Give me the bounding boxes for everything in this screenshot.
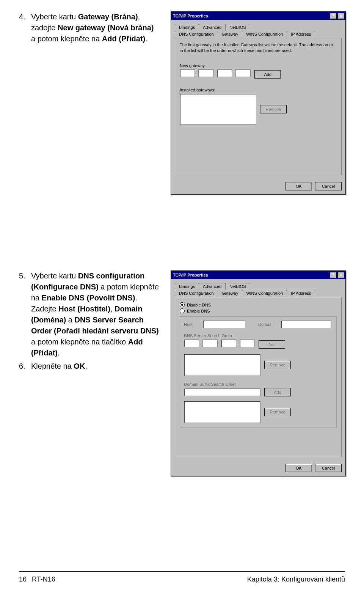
dns-server-list[interactable] [184, 354, 260, 376]
chapter-title: Kapitola 3: Konfigurování klientů [247, 575, 345, 583]
tab-bindings[interactable]: Bindings [175, 24, 199, 31]
tcpip-dialog-dns: TCP/IP Properties ? × Bindings Advanced … [171, 270, 346, 476]
step5-t6: a potom klepněte na tlačítko [31, 338, 128, 346]
help-button[interactable]: ? [330, 13, 337, 19]
tab-ip-address[interactable]: IP Address [287, 31, 315, 38]
close-button[interactable]: × [337, 13, 344, 19]
page-footer: 16 RT-N16 Kapitola 3: Konfigurování klie… [19, 571, 345, 583]
remove-dns-button[interactable]: Remove [264, 361, 291, 369]
step5-number: 5. [19, 270, 27, 358]
dialog1-title: TCP/IP Properties [172, 14, 329, 18]
device-model: RT-N16 [32, 575, 247, 583]
cancel-button[interactable]: Cancel [315, 182, 342, 190]
add-suffix-button[interactable]: Add [264, 388, 291, 396]
remove-gateway-button[interactable]: Remove [260, 105, 287, 113]
dns-search-order-label: DNS Server Search Order [184, 333, 333, 338]
ok-button[interactable]: OK [286, 464, 312, 472]
installed-gateways-list[interactable] [180, 94, 256, 125]
tab-dns-configuration[interactable]: DNS Configuration [175, 31, 218, 38]
step5-b2: Enable DNS (Povolit DNS) [42, 294, 135, 302]
disable-dns-radio[interactable] [180, 302, 185, 307]
step5-t4: , [110, 305, 115, 313]
page-number: 16 [19, 575, 27, 583]
tab-netbios[interactable]: NetBIOS [225, 24, 250, 31]
tab-wins-configuration[interactable]: WINS Configuration [242, 31, 287, 38]
tab-gateway[interactable]: Gateway [218, 31, 242, 38]
step4-b3: Add (Přidat) [102, 35, 145, 43]
step4-text: Vyberte kartu Gateway (Brána), zadejte N… [31, 11, 159, 44]
tcpip-dialog-gateway: TCP/IP Properties ? × Bindings Advanced … [171, 11, 346, 195]
step6-number: 6. [19, 361, 27, 372]
tab-gateway[interactable]: Gateway [218, 290, 242, 297]
tab-netbios[interactable]: NetBIOS [225, 283, 250, 290]
tab-ip-address[interactable]: IP Address [287, 290, 315, 297]
step5-t1: Vyberte kartu [31, 272, 78, 280]
step4-b1: Gateway (Brána) [78, 13, 138, 21]
new-gateway-label: New gateway: [180, 63, 337, 68]
add-dns-button[interactable]: Add [259, 340, 285, 349]
domain-suffix-list[interactable] [184, 401, 260, 423]
add-gateway-button[interactable]: Add [254, 70, 281, 79]
step6-b1: OK [74, 362, 85, 370]
domain-suffix-input[interactable] [184, 388, 260, 396]
step5-t5: a [66, 316, 74, 324]
installed-gateways-label: Installed gateways: [180, 88, 337, 92]
host-label: Host: [184, 322, 199, 327]
step4-number: 4. [19, 11, 27, 44]
step6-text: Klepněte na OK. [31, 361, 159, 372]
dialog2-title: TCP/IP Properties [172, 273, 329, 277]
remove-suffix-button[interactable]: Remove [264, 408, 291, 416]
tab-wins-configuration[interactable]: WINS Configuration [242, 290, 287, 297]
step4-t4: . [145, 35, 147, 43]
dns-server-ip-input[interactable]: . . . [184, 340, 255, 347]
step5-b3: Host (Hostitel) [58, 305, 110, 313]
step5-t7: . [58, 349, 60, 357]
domain-label: Domain: [258, 322, 277, 327]
close-button[interactable]: × [337, 272, 344, 278]
cancel-button[interactable]: Cancel [315, 464, 342, 472]
step6-t1: Klepněte na [31, 362, 74, 370]
help-button[interactable]: ? [330, 272, 337, 278]
tab-dns-configuration[interactable]: DNS Configuration [175, 290, 218, 297]
enable-dns-label: Enable DNS [187, 309, 210, 313]
disable-dns-label: Disable DNS [187, 303, 211, 307]
host-input[interactable] [203, 321, 245, 328]
step4-b2: New gateway (Nová brána) [58, 24, 154, 32]
step4-t1: Vyberte kartu [31, 13, 78, 21]
domain-suffix-label: Domain Suffix Search Order [184, 382, 333, 387]
step4-t3: a potom klepněte na [31, 35, 102, 43]
gateway-description: The first gateway in the Installed Gatew… [180, 42, 337, 53]
tab-bindings[interactable]: Bindings [175, 283, 199, 290]
step6-t2: . [85, 362, 87, 370]
ok-button[interactable]: OK [286, 182, 312, 190]
step5-text: Vyberte kartu DNS configuration (Konfigu… [31, 270, 159, 358]
tab-advanced[interactable]: Advanced [199, 24, 226, 31]
new-gateway-ip-input[interactable]: . . . [180, 69, 251, 77]
enable-dns-radio[interactable] [180, 308, 185, 313]
domain-input[interactable] [281, 321, 331, 328]
tab-advanced[interactable]: Advanced [199, 283, 226, 290]
